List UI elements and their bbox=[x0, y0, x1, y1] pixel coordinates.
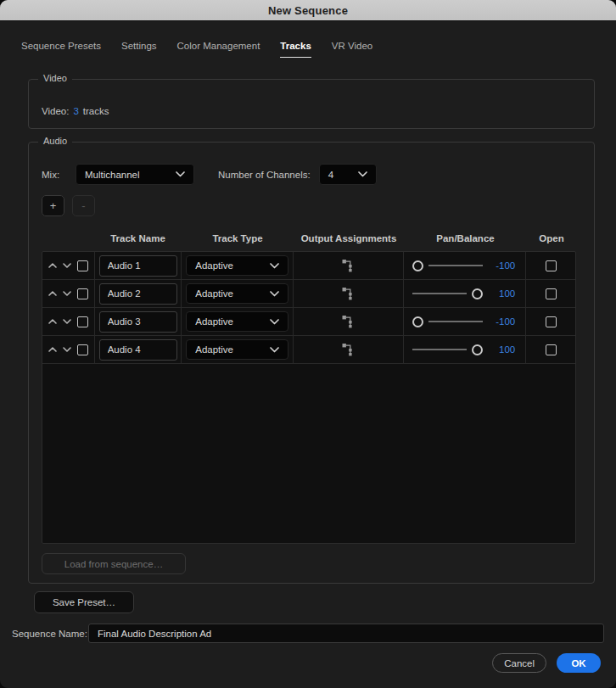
track-select-checkbox[interactable] bbox=[77, 344, 88, 355]
pan-slider[interactable]: -100 bbox=[412, 260, 516, 271]
chevron-up-icon bbox=[48, 291, 57, 296]
track-type-dropdown[interactable]: Adaptive bbox=[186, 255, 288, 276]
track-reorder-cell bbox=[42, 252, 95, 279]
pan-slider[interactable]: 100 bbox=[412, 344, 516, 355]
move-track-up-button[interactable] bbox=[48, 260, 58, 271]
titlebar[interactable]: New Sequence bbox=[0, 0, 616, 21]
pan-value[interactable]: 100 bbox=[483, 288, 515, 299]
move-track-down-button[interactable] bbox=[63, 288, 72, 299]
chevron-up-icon bbox=[48, 263, 57, 268]
sequence-name-row: Sequence Name: bbox=[12, 624, 604, 643]
chevron-down-icon bbox=[270, 319, 279, 325]
pan-knob[interactable] bbox=[472, 344, 483, 355]
chevron-down-icon bbox=[63, 263, 71, 268]
tab-sequence-presets[interactable]: Sequence Presets bbox=[21, 41, 101, 58]
mix-dropdown[interactable]: Multichannel bbox=[76, 164, 194, 185]
open-cell bbox=[526, 336, 575, 363]
track-type-value: Adaptive bbox=[195, 316, 233, 327]
open-track-checkbox[interactable] bbox=[546, 288, 557, 299]
pan-knob[interactable] bbox=[412, 260, 423, 271]
track-name-input[interactable] bbox=[99, 255, 177, 277]
chevron-down-icon bbox=[63, 319, 71, 324]
pan-track bbox=[428, 265, 484, 266]
output-assignments-cell bbox=[294, 336, 404, 363]
move-track-down-button[interactable] bbox=[63, 316, 72, 327]
track-name-input[interactable] bbox=[99, 339, 177, 361]
pan-slider[interactable]: 100 bbox=[412, 288, 516, 299]
track-type-dropdown[interactable]: Adaptive bbox=[186, 339, 288, 360]
audio-group: Audio Mix: Multichannel Number of Channe… bbox=[28, 142, 595, 584]
move-track-up-button[interactable] bbox=[48, 344, 58, 355]
video-tracks-count[interactable]: 3 bbox=[73, 106, 78, 116]
open-track-checkbox[interactable] bbox=[546, 260, 557, 271]
track-select-checkbox[interactable] bbox=[77, 260, 88, 271]
add-track-button[interactable]: + bbox=[42, 195, 64, 216]
tab-settings[interactable]: Settings bbox=[121, 41, 157, 58]
chevron-down-icon bbox=[270, 263, 279, 269]
track-select-checkbox[interactable] bbox=[77, 316, 88, 327]
tab-vr-video[interactable]: VR Video bbox=[332, 41, 372, 58]
track-table: Adaptive -100 bbox=[42, 251, 576, 544]
cancel-button[interactable]: Cancel bbox=[492, 653, 546, 673]
tab-color-management[interactable]: Color Management bbox=[177, 41, 260, 58]
chevron-down-icon bbox=[63, 347, 71, 352]
track-reorder-cell bbox=[42, 308, 95, 335]
track-name-input[interactable] bbox=[99, 283, 177, 305]
move-track-down-button[interactable] bbox=[63, 260, 72, 271]
pan-value[interactable]: -100 bbox=[483, 260, 515, 271]
track-name-input[interactable] bbox=[99, 311, 177, 333]
move-track-up-button[interactable] bbox=[48, 316, 58, 327]
pan-knob[interactable] bbox=[472, 288, 483, 299]
channels-dropdown[interactable]: 4 bbox=[319, 164, 377, 185]
track-select-checkbox[interactable] bbox=[77, 288, 88, 299]
output-routing-icon[interactable] bbox=[342, 259, 355, 272]
pan-balance-cell: 100 bbox=[404, 280, 527, 307]
track-type-dropdown[interactable]: Adaptive bbox=[186, 311, 288, 332]
open-track-checkbox[interactable] bbox=[546, 344, 557, 355]
chevron-down-icon bbox=[270, 291, 279, 297]
channels-dropdown-value: 4 bbox=[328, 170, 333, 180]
video-tracks-line: Video: 3 tracks bbox=[42, 106, 109, 116]
header-open: Open bbox=[527, 233, 576, 243]
audio-mix-row: Mix: Multichannel Number of Channels: 4 bbox=[42, 164, 377, 185]
track-row: Adaptive 100 bbox=[42, 336, 575, 364]
chevron-down-icon bbox=[270, 347, 279, 353]
track-row: Adaptive -100 bbox=[42, 308, 575, 336]
video-tracks-label: Video: bbox=[42, 106, 69, 116]
pan-slider[interactable]: -100 bbox=[412, 316, 516, 327]
save-preset-button[interactable]: Save Preset… bbox=[34, 591, 134, 613]
pan-value[interactable]: -100 bbox=[483, 316, 515, 327]
output-routing-icon[interactable] bbox=[342, 315, 355, 328]
ok-button[interactable]: OK bbox=[557, 653, 601, 673]
chevron-down-icon bbox=[358, 171, 367, 177]
track-type-value: Adaptive bbox=[195, 288, 233, 299]
track-name-cell bbox=[95, 308, 182, 335]
open-cell bbox=[526, 252, 575, 279]
pan-track bbox=[412, 349, 468, 350]
pan-value[interactable]: 100 bbox=[483, 344, 515, 355]
output-assignments-cell bbox=[294, 280, 404, 307]
output-routing-icon[interactable] bbox=[342, 287, 355, 300]
remove-track-button[interactable]: - bbox=[72, 195, 95, 216]
load-from-sequence-button[interactable]: Load from sequence… bbox=[42, 553, 186, 574]
tab-bar: Sequence Presets Settings Color Manageme… bbox=[21, 41, 372, 58]
track-type-cell: Adaptive bbox=[182, 308, 294, 335]
track-type-dropdown[interactable]: Adaptive bbox=[186, 283, 288, 304]
dialog-title: New Sequence bbox=[268, 4, 348, 17]
move-track-down-button[interactable] bbox=[63, 344, 72, 355]
output-routing-icon[interactable] bbox=[342, 343, 355, 356]
tab-tracks[interactable]: Tracks bbox=[280, 41, 311, 58]
pan-track bbox=[412, 293, 468, 294]
track-reorder-cell bbox=[42, 280, 95, 307]
output-assignments-cell bbox=[294, 252, 404, 279]
pan-knob[interactable] bbox=[412, 316, 423, 327]
open-track-checkbox[interactable] bbox=[546, 316, 557, 327]
header-pan-balance: Pan/Balance bbox=[404, 233, 527, 243]
track-row: Adaptive -100 bbox=[42, 252, 575, 280]
sequence-name-input[interactable] bbox=[88, 624, 604, 643]
mix-label: Mix: bbox=[42, 170, 76, 180]
move-track-up-button[interactable] bbox=[48, 288, 58, 299]
audio-group-legend: Audio bbox=[38, 136, 72, 146]
header-track-name: Track Name bbox=[94, 233, 182, 243]
video-tracks-suffix: tracks bbox=[83, 106, 109, 116]
